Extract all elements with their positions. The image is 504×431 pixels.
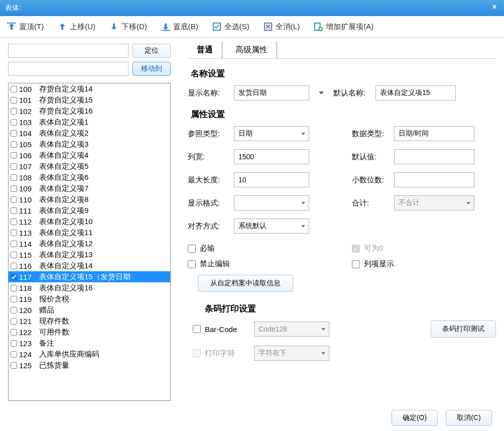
list-item[interactable]: 117表体自定义项15（发货日期	[9, 271, 170, 282]
select-print-char-pos[interactable]	[254, 346, 329, 361]
toolbar-down[interactable]: 下移(D)	[109, 22, 147, 32]
input-data-type[interactable]	[394, 126, 474, 141]
list-item-checkbox[interactable]	[11, 318, 17, 325]
list-item-checkbox[interactable]	[11, 141, 17, 148]
list-item[interactable]: 115表体自定义项13	[9, 249, 170, 260]
moveto-input[interactable]	[8, 62, 129, 76]
input-decimals[interactable]	[394, 172, 474, 187]
select-align[interactable]	[234, 219, 309, 234]
check-col-show[interactable]	[352, 260, 360, 268]
list-item-index: 101	[19, 96, 39, 104]
select-total[interactable]	[394, 195, 474, 210]
list-item[interactable]: 102存货自定义项16	[9, 105, 170, 117]
list-item-checkbox[interactable]	[11, 119, 17, 126]
list-item-checkbox[interactable]	[11, 351, 17, 358]
cancel-button[interactable]: 取消(C)	[446, 410, 492, 426]
toolbar-add-extension[interactable]: 增加扩展项(A)	[314, 22, 373, 32]
list-item[interactable]: 100存货自定义项14	[9, 83, 170, 94]
field-listbox[interactable]: 100存货自定义项14101存货自定义项15102存货自定义项16103表体自定…	[8, 83, 171, 401]
list-item[interactable]: 110表体自定义项8	[9, 194, 170, 205]
close-icon[interactable]: ×	[489, 3, 500, 14]
list-item[interactable]: 106表体自定义项4	[9, 150, 170, 161]
barcode-test-button[interactable]: 条码打印测试	[431, 320, 496, 338]
list-item-checkbox[interactable]	[11, 274, 17, 280]
list-item[interactable]: 107表体自定义项5	[9, 161, 170, 172]
list-item[interactable]: 114表体自定义项12	[9, 238, 170, 249]
check-barcode[interactable]	[193, 325, 201, 333]
read-archive-button[interactable]: 从自定档案中读取信息	[198, 275, 293, 292]
list-item-checkbox[interactable]	[11, 207, 17, 214]
list-item[interactable]: 116表体自定义项14	[9, 260, 170, 271]
list-item[interactable]: 112表体自定义项10	[9, 216, 170, 227]
list-item[interactable]: 105表体自定义项3	[9, 139, 170, 150]
list-item-checkbox[interactable]	[11, 329, 17, 336]
list-item[interactable]: 101存货自定义项15	[9, 94, 170, 105]
toolbar-bottom[interactable]: 置底(B)	[161, 22, 198, 32]
list-item[interactable]: 123备注	[9, 338, 170, 349]
locate-button[interactable]: 定位	[133, 44, 171, 58]
input-default-val[interactable]	[394, 149, 474, 164]
list-item-checkbox[interactable]	[11, 174, 17, 181]
list-item-checkbox[interactable]	[11, 241, 17, 247]
tab-advanced[interactable]: 高级属性	[226, 42, 277, 58]
list-item[interactable]: 121现存件数	[9, 315, 170, 327]
toolbar-select-all[interactable]: 全选(S)	[212, 22, 249, 32]
list-item-index: 100	[19, 85, 39, 93]
list-item-checkbox[interactable]	[11, 296, 17, 302]
locate-input[interactable]	[8, 44, 129, 58]
list-item-checkbox[interactable]	[11, 185, 17, 192]
list-item-checkbox[interactable]	[11, 152, 17, 159]
list-item-label: 表体自定义项10	[39, 217, 93, 227]
check-required[interactable]	[188, 245, 196, 253]
list-item-checkbox[interactable]	[11, 230, 17, 236]
list-item-label: 赠品	[39, 305, 54, 315]
list-item[interactable]: 104表体自定义项2	[9, 128, 170, 139]
toolbar-top[interactable]: 置顶(T)	[7, 22, 44, 32]
list-item[interactable]: 113表体自定义项11	[9, 227, 170, 238]
window-title: 表体:	[5, 4, 21, 13]
list-item-checkbox[interactable]	[11, 263, 17, 269]
list-item-checkbox[interactable]	[11, 285, 17, 291]
list-item-index: 125	[19, 361, 39, 370]
list-item-checkbox[interactable]	[11, 86, 17, 92]
list-item[interactable]: 125已拣货量	[9, 360, 170, 371]
list-item[interactable]: 103表体自定义项1	[9, 117, 170, 128]
list-item-checkbox[interactable]	[11, 340, 17, 347]
tab-general[interactable]: 普通	[188, 42, 222, 58]
deselect-all-icon	[264, 22, 273, 31]
list-item-checkbox[interactable]	[11, 307, 17, 313]
list-item-label: 表体自定义项1	[39, 118, 88, 127]
select-barcode-type[interactable]	[254, 321, 329, 337]
ok-button[interactable]: 确定(O)	[392, 410, 438, 426]
list-item-index: 106	[19, 151, 39, 160]
list-item-checkbox[interactable]	[11, 97, 17, 103]
list-item-checkbox[interactable]	[11, 130, 17, 137]
input-display-name[interactable]	[234, 85, 309, 100]
list-item-label: 表体自定义项16	[39, 283, 93, 293]
input-max-len[interactable]	[234, 172, 309, 187]
list-item[interactable]: 108表体自定义项6	[9, 172, 170, 183]
list-item[interactable]: 122可用件数	[9, 327, 170, 338]
list-item-checkbox[interactable]	[11, 362, 17, 369]
toolbar-deselect-all[interactable]: 全消(L)	[264, 22, 300, 32]
input-default-name[interactable]	[375, 85, 456, 100]
list-item-checkbox[interactable]	[11, 219, 17, 225]
toolbar-up[interactable]: 上移(U)	[58, 22, 95, 32]
check-no-edit[interactable]	[188, 260, 196, 268]
display-name-dropdown-icon[interactable]	[315, 87, 327, 99]
select-format[interactable]	[234, 195, 309, 210]
list-item[interactable]: 119报价含税	[9, 293, 170, 304]
list-item[interactable]: 118表体自定义项16	[9, 282, 170, 293]
list-item[interactable]: 111表体自定义项9	[9, 205, 170, 216]
label-default-name: 默认名称:	[333, 88, 369, 98]
select-ref-type[interactable]	[234, 126, 309, 141]
input-col-width[interactable]	[234, 149, 309, 164]
moveto-button[interactable]: 移动到	[133, 62, 171, 76]
list-item[interactable]: 120赠品	[9, 304, 170, 315]
list-item-checkbox[interactable]	[11, 252, 17, 258]
list-item-checkbox[interactable]	[11, 163, 17, 170]
list-item-checkbox[interactable]	[11, 196, 17, 203]
list-item[interactable]: 124入库单供应商编码	[9, 349, 170, 360]
list-item[interactable]: 109表体自定义项7	[9, 183, 170, 194]
list-item-checkbox[interactable]	[11, 108, 17, 115]
